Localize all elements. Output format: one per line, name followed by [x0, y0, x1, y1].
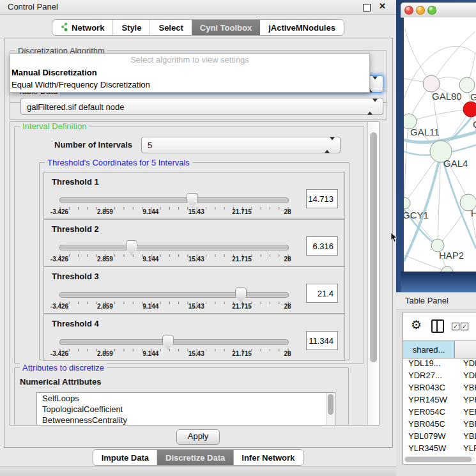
network-node[interactable] [463, 102, 476, 117]
network-node-label: G [470, 91, 476, 102]
close-traffic-light[interactable] [404, 6, 413, 15]
tab-label: Discretize Data [165, 453, 225, 463]
scrollbar-thumb[interactable] [328, 394, 334, 415]
network-graph: GAL80GCGAL11GAL4GCY1HHAP2 [404, 17, 476, 272]
network-edge[interactable] [405, 29, 431, 84]
threshold-value-field[interactable] [306, 284, 338, 303]
threshold-slider-track[interactable] [59, 292, 289, 298]
number-of-intervals-combobox[interactable]: 5 [141, 137, 341, 153]
threshold-label: Threshold 1 [52, 177, 99, 187]
slider-tick-label: 15.43 [188, 350, 204, 357]
network-edge[interactable] [409, 109, 471, 121]
cell-name: YDL1 [458, 357, 476, 369]
tab-cyni-toolbox[interactable]: Cyni Toolbox [192, 20, 260, 35]
table-row[interactable]: YBR045CYBR0 [403, 418, 476, 430]
column-header-1[interactable]: shared... [403, 341, 455, 358]
cell-name: YDR2 [458, 369, 476, 381]
table-data-combobox[interactable]: galFiltered.sif default node [20, 98, 383, 115]
float-window-icon[interactable] [363, 4, 371, 12]
network-node-label: C [473, 119, 476, 130]
settings-scrollbar[interactable] [367, 122, 379, 425]
attribute-list-item[interactable]: BetweennessCentrality [37, 415, 335, 426]
network-node[interactable] [404, 197, 410, 209]
tab-impute-data[interactable]: Impute Data [93, 450, 157, 465]
attributes-scrollbar[interactable] [326, 393, 335, 425]
tab-network[interactable]: Network [52, 20, 112, 35]
network-graph-icon [61, 22, 68, 33]
numerical-attributes-list[interactable]: SelfLoopsTopologicalCoefficientBetweenne… [36, 392, 335, 426]
cell-name: YBL0 [458, 430, 476, 442]
combo-arrows-icon [325, 141, 335, 150]
cell-shared-name: YBL079W [403, 430, 458, 442]
gear-icon[interactable]: ⚙ [411, 318, 422, 332]
tab-infer-network[interactable]: Infer Network [233, 450, 303, 465]
slider-tick-label: 21.715 [232, 256, 252, 263]
table-horizontal-scrollbar[interactable] [404, 456, 475, 463]
scrollbar-thumb[interactable] [405, 457, 472, 462]
network-window-titlebar[interactable] [401, 3, 476, 18]
minimize-traffic-light[interactable] [416, 6, 425, 15]
network-edge[interactable] [431, 31, 475, 84]
table-row[interactable]: YDR27...YDR2 [403, 369, 476, 381]
close-icon[interactable]: ✕ [379, 1, 386, 11]
table-row[interactable]: YBL079WYBL0 [403, 430, 476, 442]
network-node[interactable] [441, 266, 453, 272]
group-title: Interval Definition [20, 121, 89, 131]
column-header-2[interactable]: na [455, 341, 476, 358]
threshold-value-field[interactable] [306, 236, 338, 256]
apply-button[interactable]: Apply [176, 429, 220, 445]
threshold-value-field[interactable] [306, 189, 338, 208]
control-panel-titlebar: Control Panel ✕ [0, 0, 396, 15]
threshold-slider-track[interactable] [59, 197, 289, 203]
network-canvas[interactable]: GAL80GCGAL11GAL4GCY1HHAP2 [404, 17, 476, 272]
tab-jactivemnodules[interactable]: jActiveMNodules [260, 20, 344, 35]
tab-label: Infer Network [242, 453, 295, 463]
slider-tick-label: 9.144 [142, 256, 158, 263]
threshold-slider-track[interactable] [59, 339, 289, 345]
split-columns-icon[interactable] [431, 319, 444, 333]
dropdown-item[interactable]: Equal Width/Frequency Discretization [10, 79, 369, 91]
table-row[interactable]: YPR145WYPR1 [403, 394, 476, 406]
table-row[interactable]: YLR345WYLR3 [403, 442, 476, 454]
slider-tick-label: 15.43 [188, 256, 204, 263]
node-table: ⚙ ✓ ✓ shared...na YDL19...YDL1YDR27...YD… [403, 312, 476, 464]
dropdown-placeholder-item[interactable]: Select algorithm to view settings [10, 54, 369, 66]
threshold-label: Threshold 3 [52, 272, 99, 281]
checkbox-icon[interactable]: ✓ [461, 323, 468, 330]
number-of-intervals-label: Number of Intervals [54, 140, 132, 150]
table-row[interactable]: YDL19...YDL1 [403, 357, 476, 369]
checkbox-icon[interactable]: ✓ [452, 323, 459, 330]
slider-tick-label: -3.426 [50, 256, 68, 263]
slider-tick-label: 9.144 [142, 303, 158, 310]
tab-style[interactable]: Style [112, 20, 150, 35]
table-row[interactable]: YER054CYER0 [403, 406, 476, 418]
cell-name: YER0 [458, 406, 476, 418]
tab-select[interactable]: Select [150, 20, 191, 35]
table-toolbar: ⚙ ✓ ✓ [403, 312, 476, 339]
dropdown-item[interactable]: Manual Discretization [10, 66, 369, 79]
tab-discretize-data[interactable]: Discretize Data [157, 450, 233, 465]
slider-tick-label: 28 [284, 208, 291, 215]
table-row[interactable]: YBR043CYBR0 [403, 381, 476, 394]
slider-ticks [59, 298, 289, 310]
zoom-traffic-light[interactable] [427, 6, 436, 15]
attribute-list-item[interactable]: TopologicalCoefficient [37, 404, 335, 415]
cell-shared-name: YDR27... [403, 369, 458, 381]
attributes-group: Attributes to discretize Numerical Attri… [14, 367, 349, 426]
slider-tick-label: 2.859 [97, 350, 113, 357]
network-node[interactable] [423, 75, 440, 92]
threshold-panel: Threshold 1-3.4262.8599.14415.4321.71528 [43, 172, 345, 219]
table-data-group: Table Data galFiltered.sif default node [10, 91, 387, 120]
threshold-slider-track[interactable] [59, 245, 289, 250]
bottom-tab-bar: Impute DataDiscretize DataInfer Network [93, 449, 304, 466]
attribute-list-item[interactable]: SelfLoops [37, 393, 335, 404]
threshold-value-field[interactable] [306, 331, 338, 350]
slider-tick-label: 9.144 [142, 350, 158, 357]
scrollbar-thumb[interactable] [370, 132, 377, 362]
cell-shared-name: YER054C [403, 406, 458, 418]
network-node[interactable] [459, 77, 475, 93]
network-edge[interactable] [404, 121, 409, 203]
slider-tick-label: -3.426 [50, 350, 68, 357]
table-panel-titlebar: Table Panel [396, 292, 476, 310]
top-tab-bar: NetworkStyleSelectCyni ToolboxjActiveMNo… [52, 19, 344, 36]
